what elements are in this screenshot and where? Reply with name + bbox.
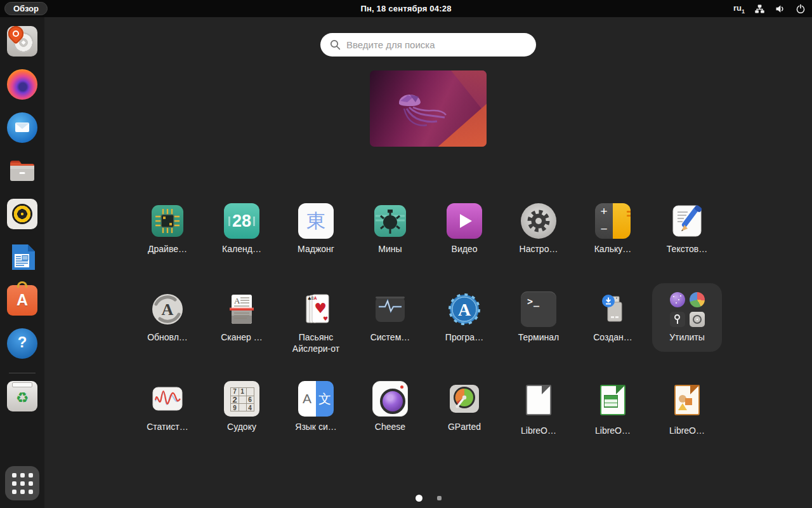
app-label: Програ… — [429, 332, 499, 342]
videos-icon — [447, 203, 482, 239]
svg-text:A: A — [162, 300, 174, 319]
search-input[interactable]: Введите для поиска — [320, 33, 536, 57]
logs-icon — [670, 312, 685, 327]
app-cheese[interactable]: Cheese — [355, 381, 425, 432]
app-gparted[interactable]: GParted — [429, 381, 499, 432]
app-label: Cheese — [355, 422, 425, 432]
rhythmbox-icon[interactable] — [7, 199, 37, 229]
app-calculator[interactable]: +− = Кальку… — [578, 203, 648, 254]
page-dot-1-active[interactable] — [416, 495, 422, 502]
keyboard-layout-indicator[interactable]: ru1 — [733, 3, 745, 15]
clock-menu[interactable]: Пн, 18 сентября 04:28 — [360, 4, 451, 13]
app-terminal[interactable]: >_ Терминал — [504, 291, 573, 342]
pie-chart-icon — [690, 292, 705, 307]
app-label: LibreO… — [578, 425, 648, 436]
app-label: Систем… — [355, 332, 425, 342]
volume-icon[interactable] — [775, 4, 786, 14]
svg-text:A: A — [314, 296, 317, 300]
mines-icon — [372, 203, 408, 239]
app-label: LibreO… — [652, 425, 722, 436]
dash-dock: A ? ♻ — [0, 17, 44, 508]
app-libreoffice-start[interactable]: LibreO… — [504, 381, 573, 436]
language-support-icon: A 文 — [298, 381, 334, 417]
startup-disk-creator-icon — [595, 291, 631, 327]
network-icon[interactable] — [754, 4, 765, 14]
cheese-icon — [372, 381, 408, 417]
workspace-thumbnail[interactable] — [370, 70, 487, 147]
overview-button[interactable]: Обзор — [4, 2, 48, 15]
firefox-icon[interactable] — [7, 69, 37, 100]
app-label: Настро… — [504, 244, 573, 254]
app-software-updater[interactable]: A Обновл… — [133, 291, 202, 342]
help-icon[interactable]: ? — [7, 328, 37, 359]
app-power-statistics[interactable]: Статист… — [133, 381, 202, 432]
ubuntu-software-icon[interactable]: A — [7, 285, 37, 316]
app-label: Судоку — [207, 422, 277, 432]
search-placeholder: Введите для поиска — [346, 39, 435, 50]
folder-label: Утилиты — [652, 332, 722, 342]
app-label: Мины — [355, 244, 425, 254]
app-calendar[interactable]: 28 Календ… — [207, 203, 277, 254]
app-label: Текстов… — [652, 244, 722, 254]
app-startup-disk-creator[interactable]: Создан… — [578, 291, 648, 342]
app-aisleriot[interactable]: ♠8A♥♥ Пасьянс Айслери-от — [281, 291, 351, 355]
libreoffice-start-icon — [521, 385, 556, 420]
drivers-icon — [150, 203, 185, 239]
search-icon — [330, 39, 341, 50]
thunderbird-icon[interactable] — [7, 112, 37, 143]
mahjongg-icon: 東 — [298, 203, 334, 239]
disks-icon — [690, 312, 705, 327]
files-icon[interactable] — [7, 156, 37, 186]
calculator-icon: +− = — [595, 203, 631, 239]
app-software[interactable]: A Програ… — [429, 291, 499, 342]
app-libreoffice-impress[interactable]: LibreO… — [652, 381, 722, 436]
sphere-icon — [670, 292, 685, 307]
app-label: Драйве… — [133, 244, 202, 254]
app-mahjongg[interactable]: 東 Маджонг — [281, 203, 351, 254]
app-label: Язык си… — [281, 422, 351, 432]
software-icon: A — [447, 291, 482, 327]
app-system-monitor[interactable]: Систем… — [355, 291, 425, 342]
app-label: LibreO… — [504, 425, 573, 436]
app-language-support[interactable]: A 文 Язык си… — [281, 381, 351, 432]
settings-icon — [521, 203, 556, 239]
app-libreoffice-calc[interactable]: LibreO… — [578, 381, 648, 436]
trash-icon[interactable]: ♻ — [7, 381, 37, 411]
overview-stage: Введите для поиска Драйве… 28 Календ… 東 … — [44, 17, 812, 508]
app-document-scanner[interactable]: A Сканер … — [207, 291, 277, 342]
system-monitor-icon — [372, 291, 408, 327]
app-videos[interactable]: Видео — [429, 203, 499, 254]
status-area[interactable]: ru1 — [733, 3, 806, 15]
svg-text:A: A — [234, 296, 240, 305]
libreoffice-writer-icon[interactable] — [7, 242, 37, 272]
app-label: Маджонг — [281, 244, 351, 254]
libreoffice-calc-icon — [595, 385, 631, 420]
ubuntu-installer-icon[interactable] — [7, 26, 37, 57]
app-label: Видео — [429, 244, 499, 254]
app-label: Статист… — [133, 422, 202, 432]
libreoffice-impress-icon — [669, 385, 705, 420]
page-dot-2[interactable] — [437, 496, 442, 500]
app-sudoku[interactable]: 71 26 94 Судоку — [207, 381, 277, 432]
power-icon[interactable] — [796, 4, 806, 14]
power-statistics-icon — [150, 381, 185, 417]
app-mines[interactable]: Мины — [355, 203, 425, 254]
gparted-icon — [447, 381, 482, 417]
app-label: Терминал — [504, 332, 573, 342]
sudoku-icon: 71 26 94 — [224, 381, 259, 417]
show-applications-button[interactable] — [5, 466, 39, 500]
calendar-icon: 28 — [224, 203, 259, 239]
svg-text:♥: ♥ — [323, 316, 328, 322]
app-folder-utilities[interactable]: Утилиты — [652, 283, 722, 352]
page-indicator — [44, 495, 812, 502]
app-label: Обновл… — [133, 332, 202, 342]
top-bar: Обзор Пн, 18 сентября 04:28 ru1 — [0, 0, 812, 17]
app-drivers[interactable]: Драйве… — [133, 203, 202, 254]
app-settings[interactable]: Настро… — [504, 203, 573, 254]
software-updater-icon: A — [150, 291, 185, 327]
app-label: Календ… — [207, 244, 277, 254]
svg-text:♥: ♥ — [314, 300, 327, 316]
document-scanner-icon: A — [224, 291, 259, 327]
jellyfish-wallpaper — [381, 82, 464, 137]
app-text-editor[interactable]: Текстов… — [652, 203, 722, 254]
